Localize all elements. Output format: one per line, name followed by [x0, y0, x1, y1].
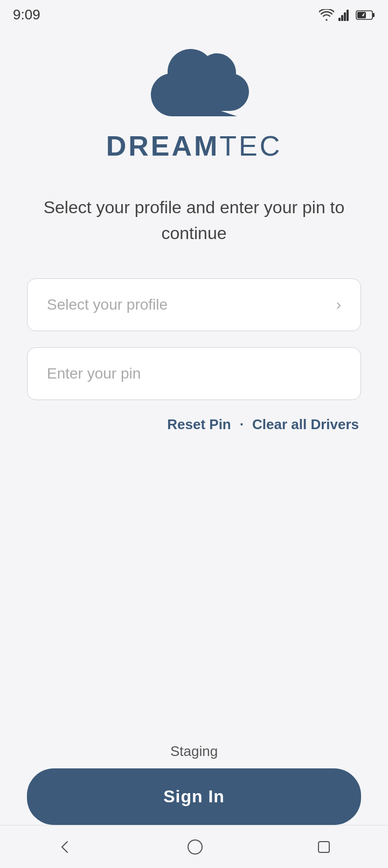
select-profile-placeholder: Select your profile	[47, 296, 168, 313]
subtitle-text: Select your profile and enter your pin t…	[27, 194, 361, 246]
svg-rect-17	[168, 81, 173, 87]
svg-rect-16	[178, 79, 184, 86]
wifi-icon	[319, 9, 334, 21]
svg-rect-20	[318, 842, 329, 852]
svg-rect-13	[200, 99, 210, 108]
back-icon	[57, 838, 74, 856]
logo-section: DREAMTEC	[106, 49, 282, 162]
svg-rect-11	[177, 88, 186, 97]
links-row: Reset Pin · Clear all Drivers	[27, 416, 361, 433]
svg-rect-14	[177, 99, 186, 108]
form-section: Select your profile › Reset Pin · Clear …	[27, 278, 361, 433]
svg-point-19	[188, 840, 202, 854]
svg-rect-2	[344, 12, 346, 21]
environment-label: Staging	[170, 743, 218, 760]
svg-rect-6	[372, 13, 375, 17]
svg-rect-15	[189, 77, 196, 85]
status-icons	[319, 9, 375, 21]
svg-rect-1	[341, 15, 343, 21]
sign-in-button[interactable]: Sign In	[27, 768, 361, 825]
nav-bar	[0, 825, 388, 868]
home-button[interactable]	[187, 839, 203, 855]
reset-pin-button[interactable]: Reset Pin	[167, 416, 231, 433]
home-icon	[187, 839, 203, 855]
battery-icon	[356, 10, 375, 20]
logo-text: DREAMTEC	[106, 130, 282, 162]
chevron-right-icon: ›	[336, 296, 341, 313]
pin-input[interactable]	[27, 347, 361, 400]
back-button[interactable]	[57, 838, 74, 856]
svg-rect-18	[170, 89, 175, 94]
clear-drivers-button[interactable]: Clear all Drivers	[252, 416, 359, 433]
status-time: 9:09	[13, 6, 40, 23]
separator: ·	[240, 416, 244, 433]
svg-rect-5	[357, 12, 366, 18]
main-content: DREAMTEC Select your profile and enter y…	[0, 27, 388, 868]
signal-icon	[338, 9, 351, 21]
recent-apps-icon	[316, 839, 331, 855]
recent-apps-button[interactable]	[316, 839, 331, 855]
svg-rect-9	[189, 88, 198, 97]
svg-rect-12	[189, 99, 198, 108]
status-bar: 9:09	[0, 0, 388, 27]
logo-graphic	[113, 49, 275, 130]
svg-rect-3	[347, 10, 349, 21]
svg-rect-0	[338, 18, 341, 21]
svg-rect-10	[200, 88, 210, 97]
select-profile-button[interactable]: Select your profile ›	[27, 278, 361, 331]
bottom-section: Staging Sign In	[0, 743, 388, 825]
